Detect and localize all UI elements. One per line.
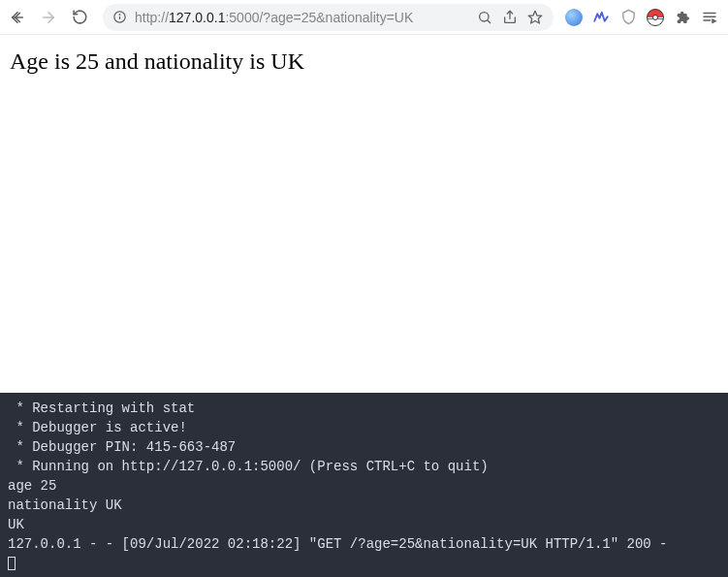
svg-point-5 <box>119 15 120 16</box>
terminal-line: UK <box>8 517 24 532</box>
share-icon[interactable] <box>501 9 519 26</box>
terminal-line: 127.0.0.1 - - [09/Jul/2022 02:18:22] "GE… <box>8 536 668 552</box>
back-button[interactable] <box>6 6 29 29</box>
forward-button[interactable] <box>37 6 60 29</box>
reload-button[interactable] <box>68 6 91 29</box>
svg-line-7 <box>488 19 491 22</box>
extension-icon-3[interactable] <box>619 9 637 26</box>
terminal-line: nationality UK <box>8 497 122 513</box>
browser-toolbar: http://127.0.0.1:5000/?age=25&nationalit… <box>0 0 728 35</box>
terminal-line: * Restarting with stat <box>8 401 195 416</box>
extension-icon-2[interactable] <box>592 9 610 26</box>
url-text[interactable]: http://127.0.0.1:5000/?age=25&nationalit… <box>135 10 468 25</box>
page-heading: Age is 25 and nationality is UK <box>10 48 718 75</box>
bookmark-star-icon[interactable] <box>526 9 544 26</box>
info-icon[interactable] <box>112 10 127 24</box>
address-bar[interactable]: http://127.0.0.1:5000/?age=25&nationalit… <box>103 4 554 31</box>
extension-icon-1[interactable] <box>565 9 583 26</box>
playlist-icon[interactable] <box>701 9 718 26</box>
svg-marker-9 <box>528 11 541 23</box>
terminal-line: * Running on http://127.0.0.1:5000/ (Pre… <box>8 459 489 474</box>
terminal-cursor <box>8 557 16 570</box>
toolbar-extensions <box>565 9 722 26</box>
extensions-puzzle-icon[interactable] <box>674 9 691 26</box>
terminal-line: * Debugger PIN: 415-663-487 <box>8 439 236 455</box>
terminal-panel[interactable]: * Restarting with stat * Debugger is act… <box>0 393 728 577</box>
svg-point-6 <box>480 12 489 20</box>
terminal-line: age 25 <box>8 478 56 494</box>
terminal-line: * Debugger is active! <box>8 420 187 435</box>
extension-icon-4[interactable] <box>647 9 664 26</box>
zoom-icon[interactable] <box>476 9 493 26</box>
page-content: Age is 25 and nationality is UK <box>0 35 728 393</box>
